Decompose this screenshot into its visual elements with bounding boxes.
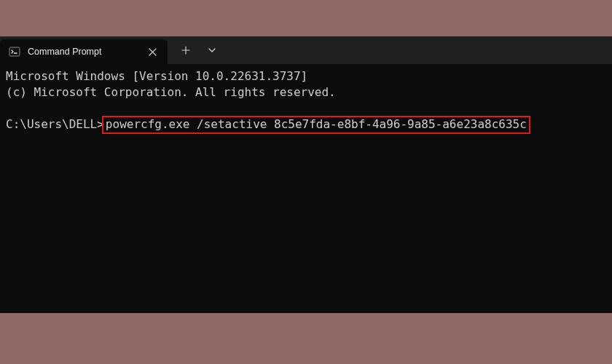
terminal-output[interactable]: Microsoft Windows [Version 10.0.22631.37… xyxy=(0,64,612,313)
titlebar-actions xyxy=(168,36,224,64)
new-tab-button[interactable] xyxy=(173,40,198,60)
highlighted-command: powercfg.exe /setactive 8c5e7fda-e8bf-4a… xyxy=(102,116,530,134)
titlebar[interactable]: Command Prompt xyxy=(0,36,612,64)
tab-title: Command Prompt xyxy=(28,47,137,57)
close-icon xyxy=(149,48,157,56)
command-text: powercfg.exe /setactive 8c5e7fda-e8bf-4a… xyxy=(106,117,527,131)
tab-dropdown-button[interactable] xyxy=(200,40,224,60)
copyright-line: (c) Microsoft Corporation. All rights re… xyxy=(6,85,336,99)
command-prompt-icon xyxy=(9,46,20,58)
plus-icon xyxy=(181,46,190,55)
version-line: Microsoft Windows [Version 10.0.22631.37… xyxy=(6,69,307,83)
svg-rect-0 xyxy=(9,47,20,56)
chevron-down-icon xyxy=(208,46,216,55)
tab-command-prompt[interactable]: Command Prompt xyxy=(0,39,168,64)
prompt-path: C:\Users\DELL> xyxy=(6,117,104,131)
terminal-window: Command Prompt Microsoft Windows [Versio… xyxy=(0,36,612,313)
tab-close-button[interactable] xyxy=(144,44,160,60)
